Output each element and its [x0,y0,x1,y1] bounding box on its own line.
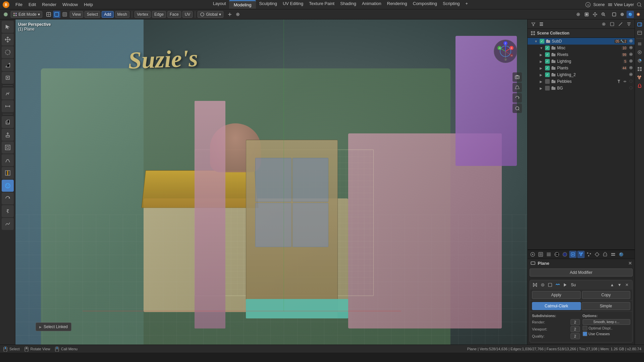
bevel-tool[interactable] [2,154,14,166]
checkbox-bg[interactable] [545,86,550,90]
mesh-btn[interactable]: Mesh [115,11,129,18]
render-value[interactable]: 2 [571,319,580,325]
eye-restrict-icon[interactable] [600,20,607,28]
smooth-tool[interactable] [2,218,14,230]
proportional-edit-btn[interactable] [234,11,241,18]
rivets-vis-icon[interactable] [629,52,633,57]
copy-btn[interactable]: Copy [582,291,631,299]
menu-edit[interactable]: Edit [26,1,39,8]
constraints-props-icon[interactable] [601,251,609,258]
uv-btn[interactable]: UV [182,11,193,18]
world-props-icon[interactable] [561,251,569,258]
orbit-icon[interactable] [513,93,522,103]
wireframe-shading-btn[interactable] [610,11,618,18]
apply-btn[interactable]: Apply [532,291,581,299]
lighting-vis-icon[interactable] [629,59,633,64]
subd-visibility-icon[interactable] [629,39,633,44]
output-props-icon[interactable] [537,251,544,258]
quality-value[interactable]: 2 [571,333,580,339]
collection-bg[interactable]: ▶ BG [528,85,635,92]
checkbox-plants[interactable]: ✓ [545,66,550,70]
mod-visibility-viewport-icon[interactable] [547,282,553,288]
loop-cut-tool[interactable] [2,167,14,179]
zoom-btn[interactable] [600,11,607,18]
scale-tool[interactable] [2,59,14,71]
move-btn[interactable] [591,11,599,18]
collection-rivets[interactable]: ▶ ✓ Rivets 99 [528,51,635,58]
catmull-clark-btn[interactable]: Catmul-Clark [532,302,581,310]
lighting2-vis-icon[interactable] [629,72,633,77]
checkbox-lighting[interactable]: ✓ [545,59,550,64]
bg-eye-icon[interactable] [629,85,633,91]
navigation-gizmo[interactable]: X -X Z -X -Z [490,36,521,66]
viewlayer-props-icon[interactable] [545,251,552,258]
rotate-tool[interactable] [2,46,14,58]
tab-compositing[interactable]: Compositing [410,0,440,9]
solid-shading-btn[interactable] [619,11,626,18]
pebbles-eye-icon[interactable] [629,79,633,84]
add-cube-tool[interactable] [2,116,14,128]
active-tool[interactable] [2,180,14,192]
data-props-icon[interactable] [609,251,617,258]
scene-props-icon[interactable] [553,251,560,258]
optimal-disp-checkbox[interactable] [583,326,587,330]
inset-tool[interactable] [2,141,14,154]
smooth-dropdown[interactable]: Smooth, keep c... [583,319,631,325]
tool-shelf-icon[interactable] [636,40,643,48]
tab-texture-paint[interactable]: Texture Paint [306,0,337,9]
menu-window[interactable]: Window [60,1,80,8]
simple-btn[interactable]: Simple [582,302,631,310]
menu-file[interactable]: File [13,1,25,8]
viewport-3d[interactable]: Suzie's User Pers [15,19,527,345]
shading-pie-icon[interactable] [636,57,643,64]
viewport-shading-btn[interactable] [2,11,9,18]
screw-tool[interactable] [2,205,14,217]
modifier-props-icon[interactable] [577,251,585,258]
tab-rendering[interactable]: Rendering [384,0,410,9]
render-restrict-icon[interactable] [608,20,616,28]
tab-scripting[interactable]: Scripting [440,0,463,9]
use-creases-checkbox[interactable]: ✓ [583,331,587,336]
plants-vis-icon[interactable] [629,65,633,71]
checkbox-subd[interactable]: ✓ [540,39,544,44]
view-btn[interactable]: View [70,11,83,18]
checkbox-pebbles[interactable] [545,79,550,84]
sidebar-sub-icon[interactable] [636,65,643,73]
render-props-icon[interactable] [529,251,536,258]
particle-props-icon[interactable] [585,251,593,258]
panel-close-btn[interactable]: ✕ [628,261,632,266]
transform-tool[interactable] [2,72,14,84]
tab-animation[interactable]: Animation [359,0,384,9]
checkbox-misc[interactable]: ✓ [545,46,550,50]
display-mode-icon[interactable] [45,11,52,18]
checkbox-lighting2[interactable]: ✓ [545,72,550,77]
mod-realtime-icon[interactable] [554,282,561,288]
object-props-icon[interactable] [569,251,577,258]
vertex-btn[interactable]: Vertex [135,11,151,18]
measure-tool[interactable] [2,100,14,112]
render-btn[interactable] [583,11,590,18]
viewport-value[interactable]: 2 [571,326,580,332]
mod-visibility-render-icon[interactable] [539,282,546,288]
constraints-icon[interactable] [636,82,643,89]
perspective-icon[interactable] [513,83,522,92]
collection-pebbles[interactable]: ▶ Pebbles [528,78,635,85]
zoom-to-fit-icon[interactable] [513,104,522,113]
collection-misc[interactable]: ▼ ✓ Misc 10 [528,45,635,51]
outliner-display-icon[interactable] [538,20,545,28]
extrude-tool[interactable] [2,129,14,141]
mod-render-only-icon[interactable] [561,282,568,288]
wireframe-icon[interactable] [53,11,60,18]
transform-dropdown[interactable]: Global ▾ [198,11,223,18]
tab-modeling[interactable]: Modeling [229,0,256,9]
collection-lighting[interactable]: ▶ ✓ Lighting 5 [528,58,635,65]
collection-lighting2[interactable]: ▶ ✓ Lighting_2 [528,71,635,78]
search-icon[interactable] [637,2,642,7]
menu-render[interactable]: Render [39,1,59,8]
collection-plants[interactable]: ▶ ✓ Plants 44 [528,65,635,71]
add-btn[interactable]: Add [102,11,113,18]
select-btn[interactable]: Select [85,11,100,18]
tab-uv-editing[interactable]: UV Editing [280,0,306,9]
checkbox-rivets[interactable]: ✓ [545,52,550,57]
mod-move-up-icon[interactable]: ▲ [609,282,615,288]
